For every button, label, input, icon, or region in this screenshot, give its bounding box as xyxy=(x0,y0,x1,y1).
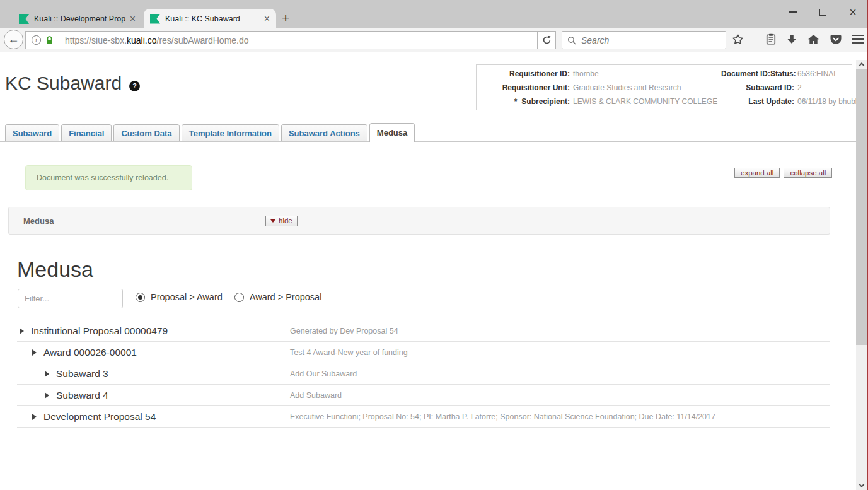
tab-medusa[interactable]: Medusa xyxy=(369,123,415,142)
menu-hamburger-icon[interactable] xyxy=(852,35,864,44)
tree-row-subaward-4[interactable]: Subaward 4 Add Subaward xyxy=(17,385,830,406)
chevron-down-icon xyxy=(859,482,864,487)
medusa-view-radios: Proposal > Award Award > Proposal xyxy=(136,292,321,302)
tab-financial[interactable]: Financial xyxy=(61,124,112,142)
scroll-down-button[interactable] xyxy=(856,481,867,490)
tree-node-title[interactable]: Subaward 4 xyxy=(56,390,108,401)
search-input[interactable] xyxy=(581,35,726,45)
medusa-heading: Medusa xyxy=(17,257,93,282)
window-titlebar: Kuali :: Development Prop... × Kuali :: … xyxy=(0,0,868,28)
toolbar-divider xyxy=(755,33,755,45)
tab-subaward[interactable]: Subaward xyxy=(5,124,59,142)
expand-all-button[interactable]: expand all xyxy=(734,168,780,178)
info-row: Requisitioner Unit: Graduate Studies and… xyxy=(477,81,852,95)
tab-custom-data[interactable]: Custom Data xyxy=(113,124,179,142)
info-label: Requisitioner ID: xyxy=(477,69,571,78)
kuali-favicon-icon xyxy=(150,14,160,24)
bookmark-star-icon[interactable] xyxy=(732,33,744,45)
info-label: Requisitioner Unit: xyxy=(477,83,571,92)
hide-button[interactable]: hide xyxy=(265,216,298,226)
reload-icon xyxy=(542,35,552,45)
scrollbar-thumb[interactable] xyxy=(856,69,867,345)
url-text: https://siue-sbx.kuali.co/res/subAwardHo… xyxy=(65,35,249,45)
expand-arrow-icon[interactable] xyxy=(20,328,24,334)
close-icon: × xyxy=(849,6,857,18)
required-marker: * xyxy=(514,97,518,106)
scroll-up-button[interactable] xyxy=(856,60,867,69)
info-value: 6536:FINAL xyxy=(796,69,852,78)
downloads-icon[interactable] xyxy=(787,34,797,45)
pocket-icon[interactable] xyxy=(830,34,842,45)
medusa-tree: Institutional Proposal 00000479 Generate… xyxy=(17,320,830,428)
medusa-panel-header: Medusa hide xyxy=(8,207,830,235)
help-icon[interactable]: ? xyxy=(129,81,140,91)
browser-tab-development-proposal[interactable]: Kuali :: Development Prop... × xyxy=(13,9,142,28)
info-value: LEWIS & CLARK COMMUNITY COLLEGE xyxy=(571,97,721,106)
home-icon[interactable] xyxy=(807,34,819,45)
collapse-triangle-icon xyxy=(270,219,275,223)
window-close-button[interactable]: × xyxy=(838,0,867,24)
tree-node-title[interactable]: Award 000026-00001 xyxy=(43,347,137,358)
info-value: 06/11/18 by bhubler xyxy=(796,97,864,106)
expand-arrow-icon[interactable] xyxy=(32,349,37,356)
window-maximize-button[interactable] xyxy=(808,0,837,24)
expand-arrow-icon[interactable] xyxy=(32,414,37,420)
panel-title: Medusa xyxy=(23,216,54,226)
browser-tab-kc-subaward[interactable]: Kuali :: KC Subaward × xyxy=(144,9,276,28)
tree-node-title[interactable]: Development Proposal 54 xyxy=(43,411,156,423)
tree-node-description: Add Our Subaward xyxy=(290,370,357,378)
document-tab-bar: Subaward Financial Custom Data Template … xyxy=(0,123,856,142)
page-title: KC Subaward xyxy=(5,73,122,94)
tree-node-description: Generated by Dev Proposal 54 xyxy=(290,327,398,335)
page-info-icon[interactable]: i xyxy=(32,35,41,45)
search-icon xyxy=(567,36,576,45)
tree-row-award[interactable]: Award 000026-00001 Test 4 Award-New year… xyxy=(17,342,830,363)
info-label: *Subrecipient: xyxy=(477,97,571,106)
new-tab-button[interactable]: + xyxy=(282,11,289,26)
tree-node-title[interactable]: Subaward 3 xyxy=(56,368,108,380)
filter-input[interactable] xyxy=(18,289,123,308)
maximize-icon xyxy=(819,9,826,16)
hide-button-label: hide xyxy=(279,217,292,225)
radio-proposal-award[interactable]: Proposal > Award xyxy=(136,292,223,302)
window-minimize-button[interactable] xyxy=(778,0,807,24)
info-label: Subaward ID: xyxy=(721,83,796,92)
tab-subaward-actions[interactable]: Subaward Actions xyxy=(281,124,367,142)
collapse-all-button[interactable]: collapse all xyxy=(784,168,832,178)
radio-selected-icon xyxy=(136,293,145,302)
info-label: Document ID:Status: xyxy=(721,69,796,78)
bookmarks-clipboard-icon[interactable] xyxy=(766,33,776,45)
back-button[interactable]: ← xyxy=(4,30,23,49)
radio-unselected-icon xyxy=(234,293,244,302)
chevron-up-icon xyxy=(859,62,864,67)
document-info-table: Requisitioner ID: thornbe Document ID:St… xyxy=(476,64,852,110)
search-bar[interactable] xyxy=(562,31,726,49)
secure-lock-icon[interactable] xyxy=(46,36,53,45)
address-bar[interactable]: i https://siue-sbx.kuali.co/res/subAward… xyxy=(25,31,538,49)
tree-row-subaward-3[interactable]: Subaward 3 Add Our Subaward xyxy=(17,363,830,385)
tab-close-icon[interactable]: × xyxy=(264,14,270,24)
radio-label: Proposal > Award xyxy=(151,292,223,302)
browser-tab-title: Kuali :: Development Prop... xyxy=(34,15,126,23)
reload-button[interactable] xyxy=(538,31,556,49)
info-row: *Subrecipient: LEWIS & CLARK COMMUNITY C… xyxy=(477,95,852,108)
info-value: Graduate Studies and Research xyxy=(571,83,721,92)
radio-award-proposal[interactable]: Award > Proposal xyxy=(234,292,322,302)
success-message: Document was successfully reloaded. xyxy=(25,165,192,190)
tree-row-institutional-proposal[interactable]: Institutional Proposal 00000479 Generate… xyxy=(17,320,830,342)
info-value: thornbe xyxy=(571,69,721,78)
expand-arrow-icon[interactable] xyxy=(45,392,49,399)
toolbar-icons xyxy=(732,33,864,45)
info-label: Last Update: xyxy=(721,97,796,106)
tree-node-title[interactable]: Institutional Proposal 00000479 xyxy=(31,325,168,337)
tab-template-information[interactable]: Template Information xyxy=(182,124,279,142)
tab-close-icon[interactable]: × xyxy=(130,14,136,24)
url-divider xyxy=(59,35,59,46)
tree-row-development-proposal[interactable]: Development Proposal 54 Executive Functi… xyxy=(17,406,830,428)
expand-collapse-controls: expand all collapse all xyxy=(734,168,832,178)
tree-node-description: Executive Functioni; Proposal No: 54; PI… xyxy=(290,412,715,421)
browser-window: { "window": { "tabs": [ { "title": "Kual… xyxy=(0,0,868,490)
tree-node-description: Test 4 Award-New year of funding xyxy=(290,348,408,357)
vertical-scrollbar[interactable] xyxy=(856,60,867,490)
expand-arrow-icon[interactable] xyxy=(45,371,49,377)
